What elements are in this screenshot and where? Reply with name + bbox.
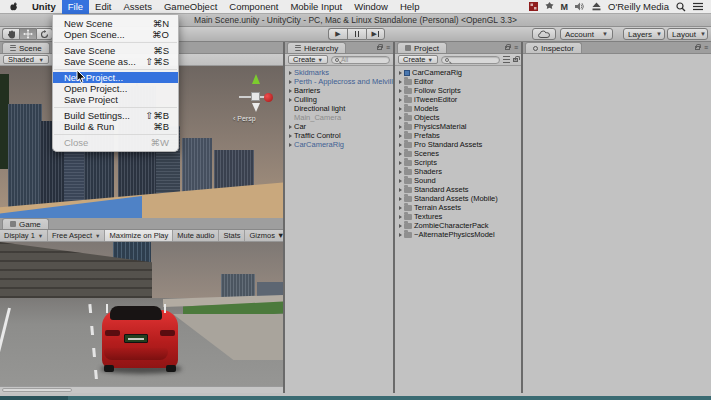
expand-arrow-icon[interactable] <box>399 143 402 147</box>
expand-arrow-icon[interactable] <box>289 89 292 93</box>
pause-button[interactable] <box>347 28 366 40</box>
panel-menu-icon[interactable]: ≡ <box>386 44 390 51</box>
search-by-type-icon[interactable] <box>503 56 510 63</box>
notification-center-icon[interactable] <box>693 0 703 14</box>
stats-button[interactable]: Stats <box>219 230 245 241</box>
expand-arrow-icon[interactable] <box>399 179 402 183</box>
menu-item-new-scene[interactable]: New Scene⌘N <box>53 18 178 29</box>
expand-arrow-icon[interactable] <box>289 143 292 147</box>
tab-inspector[interactable]: Inspector <box>525 42 582 53</box>
layers-dropdown[interactable]: Layers▼ <box>623 28 665 40</box>
hierarchy-item-traffic-control[interactable]: Traffic Control <box>285 131 393 140</box>
project-item-sound[interactable]: Sound <box>395 176 521 185</box>
expand-arrow-icon[interactable] <box>399 188 402 192</box>
scrollbar-thumb[interactable] <box>2 388 72 392</box>
expand-arrow-icon[interactable] <box>399 125 402 129</box>
lock-icon[interactable] <box>377 46 382 50</box>
project-item-standard-assets[interactable]: Standard Assets <box>395 185 521 194</box>
menu-item-build-run[interactable]: Build & Run⌘B <box>53 121 178 132</box>
expand-arrow-icon[interactable] <box>399 197 402 201</box>
display-dropdown[interactable]: Display 1 ▼ <box>0 230 48 241</box>
expand-arrow-icon[interactable] <box>399 152 402 156</box>
hand-tool-button[interactable] <box>2 28 19 40</box>
project-item-follow-scripts[interactable]: Follow Scripts <box>395 86 521 95</box>
project-item-shaders[interactable]: Shaders <box>395 167 521 176</box>
hierarchy-create-button[interactable]: Create ▼ <box>288 55 328 64</box>
move-tool-button[interactable] <box>19 28 36 40</box>
project-item-prefabs[interactable]: Prefabs <box>395 131 521 140</box>
menu-item-save-scene[interactable]: Save Scene⌘S <box>53 45 178 56</box>
hierarchy-item-perth-applecross-and-melville[interactable]: Perth - Applecross and Melville <box>285 77 393 86</box>
step-button[interactable]: ▶ <box>366 28 385 40</box>
expand-arrow-icon[interactable] <box>399 71 402 75</box>
gizmo-persp-label[interactable]: ‹ Persp <box>233 115 256 122</box>
status-badge-icon[interactable] <box>545 0 554 14</box>
expand-arrow-icon[interactable] <box>289 98 292 102</box>
lock-icon[interactable] <box>695 46 700 50</box>
screen-share-status-icon[interactable] <box>529 0 538 14</box>
spotlight-search-icon[interactable] <box>676 0 686 14</box>
rotate-tool-button[interactable] <box>36 28 53 40</box>
lock-icon[interactable] <box>505 46 510 50</box>
hierarchy-item-culling[interactable]: Culling <box>285 95 393 104</box>
menubar-item-mobile-input[interactable]: Mobile Input <box>284 0 348 14</box>
hierarchy-item-barriers[interactable]: Barriers <box>285 86 393 95</box>
menubar-item-component[interactable]: Component <box>223 0 284 14</box>
hierarchy-item-main-camera[interactable]: Main_Camera <box>285 113 393 122</box>
menu-item-open-project[interactable]: Open Project... <box>53 83 178 94</box>
hierarchy-search-input[interactable]: All <box>331 56 390 64</box>
maximize-on-play-button[interactable]: Maximize on Play <box>105 230 173 241</box>
aspect-ratio-dropdown[interactable]: Free Aspect ▼ <box>48 230 105 241</box>
expand-arrow-icon[interactable] <box>399 80 402 84</box>
expand-arrow-icon[interactable] <box>399 215 402 219</box>
tab-hierarchy[interactable]: Hierarchy <box>287 42 346 53</box>
hierarchy-item-skidmarks[interactable]: Skidmarks <box>285 68 393 77</box>
menubar-item-window[interactable]: Window <box>348 0 394 14</box>
project-item-itweeneditor[interactable]: iTweenEditor <box>395 95 521 104</box>
account-dropdown[interactable]: Account▼ <box>560 28 613 40</box>
expand-arrow-icon[interactable] <box>289 80 292 84</box>
expand-arrow-icon[interactable] <box>399 206 402 210</box>
hierarchy-item-car[interactable]: Car <box>285 122 393 131</box>
expand-arrow-icon[interactable] <box>399 161 402 165</box>
expand-arrow-icon[interactable] <box>399 116 402 120</box>
hierarchy-item-carcamerarig[interactable]: CarCameraRig <box>285 140 393 149</box>
tab-project[interactable]: Project <box>397 42 447 53</box>
play-button[interactable]: ▶ <box>328 28 347 40</box>
project-item-carcamerarig[interactable]: CarCameraRig <box>395 68 521 77</box>
project-item-pro-standard-assets[interactable]: Pro Standard Assets <box>395 140 521 149</box>
expand-arrow-icon[interactable] <box>399 224 402 228</box>
gizmo-y-axis-icon[interactable] <box>252 74 260 84</box>
project-item-scripts[interactable]: Scripts <box>395 158 521 167</box>
menubar-item-gameobject[interactable]: GameObject <box>158 0 223 14</box>
project-create-button[interactable]: Create ▼ <box>398 55 438 64</box>
volume-icon[interactable] <box>575 0 585 14</box>
hierarchy-item-directional-light[interactable]: Directional light <box>285 104 393 113</box>
tab-game[interactable]: Game <box>2 218 49 229</box>
menu-item-new-project[interactable]: New Project... <box>53 72 178 83</box>
project-item-objects[interactable]: Objects <box>395 113 521 122</box>
shading-mode-dropdown[interactable]: Shaded ▼ <box>3 55 49 64</box>
open-lock-icon[interactable] <box>513 58 518 62</box>
menubar-item-file[interactable]: File <box>62 0 89 14</box>
scene-orientation-gizmo[interactable]: ‹ Persp <box>239 74 273 124</box>
expand-arrow-icon[interactable] <box>289 134 292 138</box>
project-item-physicsmaterial[interactable]: PhysicsMaterial <box>395 122 521 131</box>
project-item-terrain-assets[interactable]: Terrain Assets <box>395 203 521 212</box>
expand-arrow-icon[interactable] <box>289 71 292 75</box>
project-item-alternatephysicsmodel[interactable]: ~AlternatePhysicsModel <box>395 230 521 239</box>
tab-scene[interactable]: Scene <box>2 42 50 53</box>
expand-arrow-icon[interactable] <box>289 125 292 129</box>
expand-arrow-icon[interactable] <box>399 89 402 93</box>
video-progress-bar[interactable] <box>0 396 711 400</box>
project-item-models[interactable]: Models <box>395 104 521 113</box>
cloud-services-button[interactable] <box>532 28 556 40</box>
menubar-item-edit[interactable]: Edit <box>89 0 117 14</box>
project-item-zombiecharacterpack[interactable]: ZombieCharacterPack <box>395 221 521 230</box>
menubar-item-unity[interactable]: Unity <box>26 0 62 14</box>
project-item-textures[interactable]: Textures <box>395 212 521 221</box>
game-view[interactable] <box>0 242 283 386</box>
project-item-scenes[interactable]: Scenes <box>395 149 521 158</box>
expand-arrow-icon[interactable] <box>399 134 402 138</box>
oreilly-media-status[interactable]: O'Reilly Media <box>608 1 669 12</box>
